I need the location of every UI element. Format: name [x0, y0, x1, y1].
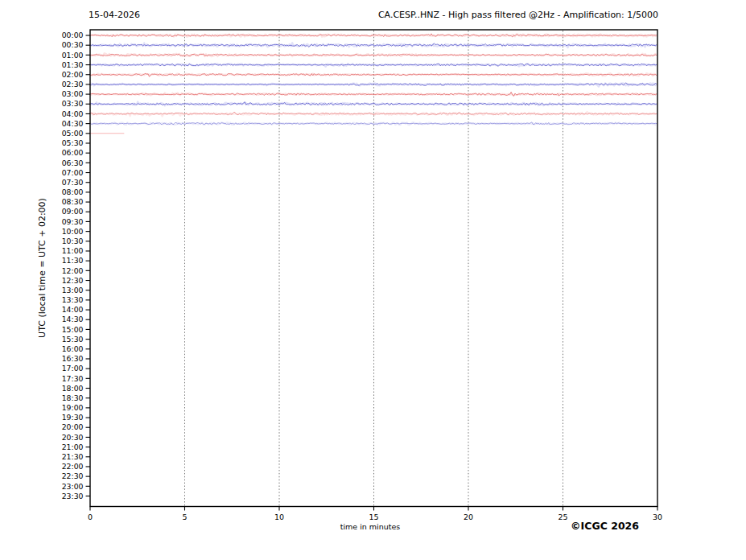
y-tick-label: 09:30	[62, 217, 84, 226]
y-tick-label: 00:00	[62, 31, 84, 39]
y-tick-label: 12:30	[62, 276, 84, 285]
y-tick-label: 20:00	[62, 422, 84, 431]
x-tick-label: 10	[274, 513, 284, 521]
y-tick-label: 21:00	[62, 443, 84, 451]
x-tick-label: 15	[369, 513, 378, 521]
x-tick-label: 20	[464, 513, 473, 521]
y-tick-label: 11:00	[62, 246, 84, 255]
y-tick-label: 09:00	[62, 207, 84, 216]
y-tick-label: 16:00	[62, 344, 84, 353]
x-tick-label: 30	[653, 513, 662, 521]
y-tick-label: 08:00	[62, 187, 84, 196]
y-tick-label: 10:00	[62, 227, 84, 236]
y-tick-label: 02:30	[62, 80, 84, 89]
y-tick-label: 19:30	[62, 413, 84, 422]
y-tick-label: 12:00	[62, 266, 84, 275]
x-tick-label: 0	[88, 513, 93, 521]
y-tick-label: 02:00	[62, 70, 84, 79]
y-tick-label: 03:00	[62, 89, 84, 98]
y-tick-label: 14:30	[62, 315, 84, 323]
y-tick-label: 13:00	[62, 286, 84, 294]
y-tick-label: 05:00	[62, 129, 84, 138]
y-tick-label: 06:00	[62, 148, 84, 157]
y-tick-label: 20:30	[62, 433, 84, 442]
x-tick-label: 5	[182, 513, 187, 521]
y-tick-label: 14:00	[62, 305, 84, 314]
y-tick-label: 15:30	[62, 335, 84, 344]
y-tick-label: 22:00	[62, 462, 84, 471]
y-tick-label: 06:30	[62, 159, 84, 167]
y-tick-label: 04:30	[62, 119, 84, 128]
helicorder-plot: 00:0000:3001:0001:3002:0002:3003:0003:30…	[0, 0, 746, 560]
y-tick-label: 17:00	[62, 364, 84, 373]
y-tick-label: 18:30	[62, 393, 84, 402]
y-tick-label: 21:30	[62, 452, 84, 461]
plot-frame	[90, 30, 657, 507]
y-tick-label: 01:30	[62, 60, 84, 69]
y-tick-label: 11:30	[62, 256, 84, 265]
y-tick-label: 23:30	[62, 492, 84, 500]
y-tick-label: 16:30	[62, 354, 84, 363]
y-tick-label: 03:30	[62, 99, 84, 108]
y-tick-label: 22:30	[62, 471, 84, 480]
y-tick-label: 07:00	[62, 168, 84, 177]
y-tick-label: 17:30	[62, 374, 84, 383]
y-tick-label: 15:00	[62, 325, 84, 334]
y-tick-label: 00:30	[62, 40, 84, 49]
y-tick-label: 23:00	[62, 482, 84, 491]
y-tick-label: 19:00	[62, 403, 84, 412]
y-tick-label: 05:30	[62, 138, 84, 147]
y-tick-label: 01:00	[62, 51, 84, 60]
y-tick-label: 13:30	[62, 295, 84, 304]
y-tick-label: 07:30	[62, 178, 84, 187]
x-tick-label: 25	[558, 513, 567, 521]
y-tick-label: 10:30	[62, 237, 84, 245]
y-tick-label: 18:00	[62, 384, 84, 393]
helicorder-page: { "chart_data": { "type": "line", "subty…	[0, 0, 746, 560]
y-tick-label: 04:00	[62, 109, 84, 118]
y-tick-label: 08:30	[62, 197, 84, 206]
